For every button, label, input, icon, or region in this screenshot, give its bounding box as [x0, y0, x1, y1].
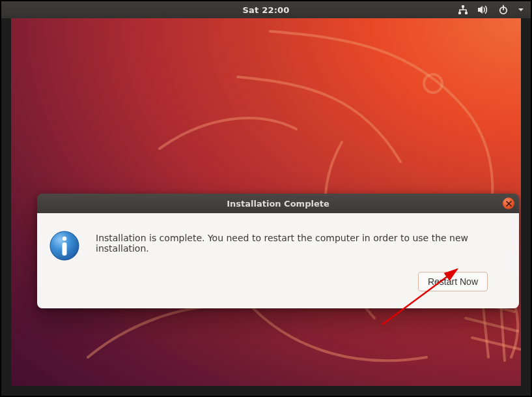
svg-point-8 [63, 237, 66, 241]
dropdown-icon[interactable] [518, 5, 524, 15]
installation-complete-dialog: Installation Complete [37, 194, 519, 308]
svg-rect-2 [465, 12, 468, 14]
dialog-message: Installation is complete. You need to re… [96, 230, 502, 254]
svg-rect-0 [462, 5, 464, 8]
dialog-title: Installation Complete [227, 199, 329, 209]
dialog-titlebar[interactable]: Installation Complete [37, 194, 519, 213]
svg-rect-9 [63, 243, 67, 256]
power-icon[interactable] [498, 5, 509, 15]
desktop-wallpaper: Installation Complete [11, 18, 521, 386]
top-bar: Sat 22:00 [1, 1, 531, 19]
volume-icon[interactable] [477, 5, 489, 15]
close-button[interactable] [503, 198, 514, 209]
svg-rect-1 [458, 12, 461, 14]
restart-now-button[interactable]: Restart Now [418, 272, 488, 291]
clock[interactable]: Sat 22:00 [242, 5, 289, 15]
network-icon[interactable] [458, 5, 468, 15]
info-icon [49, 230, 80, 261]
